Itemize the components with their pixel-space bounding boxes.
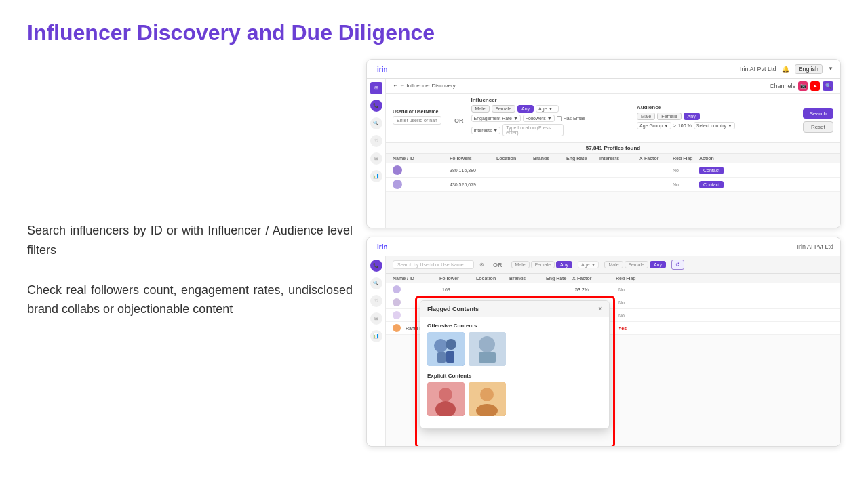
- flagged-modal: Flagged Contents × Offensive Contents: [420, 300, 610, 429]
- irin-logo-text-bottom: irin: [377, 243, 388, 251]
- bottom-col-location: Location: [476, 276, 507, 281]
- irin-bottom-main: Search by UserId or UserName ⊗ OR Male F…: [386, 256, 840, 446]
- interests-select[interactable]: Interests ▼: [471, 127, 501, 134]
- row1-redflag: No: [673, 168, 696, 173]
- modal-body: Offensive Contents: [420, 317, 609, 428]
- col-header-action: Action: [699, 156, 733, 161]
- contact-button-row1[interactable]: Contact: [699, 167, 724, 174]
- sidebar-icon-phone[interactable]: 📞: [370, 100, 382, 112]
- influencer-female-btn[interactable]: Female: [492, 105, 515, 113]
- row1-followers: 380,116,380: [450, 168, 494, 173]
- bottom-avatar-1: [393, 285, 401, 293]
- contact-button-row2[interactable]: Contact: [699, 181, 724, 188]
- heart-icon: ♡: [374, 138, 378, 144]
- results-count: 57,841 Profiles found: [386, 143, 840, 154]
- audience-header: Audience: [637, 104, 799, 110]
- sidebar-bottom-icon2[interactable]: 🔍: [370, 277, 382, 289]
- influencer-any-btn[interactable]: Any: [517, 105, 534, 113]
- engagement-row: Engagement Rate ▼ Followers ▼ Has Email: [471, 115, 633, 122]
- youtube-channel-btn[interactable]: ▶: [810, 81, 820, 91]
- svg-rect-3: [437, 352, 446, 363]
- screenshot-bottom: irin Irin AI Pvt Ltd 📞 🔍: [366, 237, 841, 447]
- bottom-age-select[interactable]: Age ▼: [578, 261, 599, 268]
- instagram-channel-btn[interactable]: 📷: [798, 81, 808, 91]
- modal-close-btn[interactable]: ×: [598, 305, 602, 312]
- reset-button-top[interactable]: Reset: [803, 121, 833, 133]
- sidebar-bottom-icon4[interactable]: ⊞: [370, 312, 382, 325]
- sidebar-bottom-icon3[interactable]: ♡: [370, 295, 382, 307]
- sidebar-icon-heart[interactable]: ♡: [370, 135, 382, 147]
- action-buttons: Search Reset: [803, 108, 833, 133]
- table-header-top: Name / ID Followers Location Brands Eng …: [386, 154, 840, 163]
- location-input[interactable]: Type Location (Press enter): [502, 124, 564, 136]
- bottom-any-btn[interactable]: Any: [556, 261, 572, 268]
- bottom-female-btn[interactable]: Female: [531, 261, 555, 268]
- country-label: Select country: [696, 123, 726, 128]
- sidebar-icon-search[interactable]: 🔍: [370, 117, 382, 129]
- bottom-avatar-3: [393, 311, 401, 319]
- bottom-search-placeholder: Search by UserId or UserName: [397, 262, 464, 267]
- bottom-search-input[interactable]: Search by UserId or UserName: [393, 260, 474, 269]
- audience-any-btn[interactable]: Any: [684, 113, 700, 120]
- notification-icon: 🔔: [782, 66, 789, 73]
- channel-search-icon[interactable]: 🔍: [823, 81, 833, 91]
- age-group-select[interactable]: Age Group ▼: [637, 122, 671, 129]
- col-header-redflag: Red Flag: [673, 156, 696, 161]
- bottom-male-btn[interactable]: Male: [511, 261, 530, 268]
- bottom-aud-female[interactable]: Female: [625, 261, 648, 268]
- age-select[interactable]: Age ▼: [536, 105, 559, 113]
- bottom-avatar-2: [393, 298, 401, 306]
- audience-female-btn[interactable]: Female: [657, 113, 681, 120]
- audience-male-btn[interactable]: Male: [637, 113, 655, 120]
- country-select[interactable]: Select country ▼: [694, 122, 735, 129]
- has-email-checkbox[interactable]: [557, 116, 562, 121]
- followers-select[interactable]: Followers ▼: [523, 115, 555, 122]
- sidebar-bottom-icon1[interactable]: 📞: [370, 260, 382, 272]
- eng-rate-label: Engagement Rate: [474, 116, 512, 121]
- engagement-rate-select[interactable]: Engagement Rate ▼: [471, 115, 521, 122]
- sidebar-bottom-icon5[interactable]: 📊: [370, 330, 382, 342]
- header-right-bottom: Irin AI Pvt Ltd: [797, 243, 833, 250]
- search-button-top[interactable]: Search: [803, 108, 833, 119]
- sidebar-icon-home[interactable]: ⊞: [370, 82, 382, 94]
- location-placeholder: Type Location (Press enter): [506, 125, 551, 135]
- sidebar-icon-chart[interactable]: 📊: [370, 170, 382, 182]
- filter-area: UserId or UserName OR Influencer: [386, 94, 840, 143]
- bottom-col-xfactor: X-Factor: [572, 276, 613, 281]
- toolbar-left: ← ← Influencer Discovery: [393, 83, 456, 89]
- bottom-search-bar: Search by UserId or UserName ⊗ OR Male F…: [386, 256, 840, 274]
- sidebar-icon-grid[interactable]: ⊞: [370, 152, 382, 165]
- influencer-filter-section: Influencer Male Female Any Age ▼: [471, 97, 633, 136]
- svg-point-1: [434, 339, 448, 352]
- age-group-row: Age Group ▼ > 100 % Select country ▼: [637, 122, 799, 129]
- page-container: Influencer Discovery and Due Diligence S…: [0, 0, 868, 488]
- main-content: Search influencers by ID or with Influen…: [27, 59, 841, 468]
- bottom-redflag-3: No: [618, 313, 652, 318]
- header-right-top: Irin AI Pvt Ltd 🔔 English ▼: [740, 64, 833, 74]
- bottom-clear-icon[interactable]: ⊗: [479, 262, 484, 268]
- has-email-label: Has Email: [564, 116, 585, 121]
- channels-label: Channels: [770, 83, 795, 89]
- left-panel: Search influencers by ID or with Influen…: [27, 59, 353, 468]
- search-icon-side: 🔍: [373, 121, 379, 126]
- influencer-discovery-link[interactable]: ← Influencer Discovery: [399, 83, 456, 89]
- modal-title: Flagged Contents: [427, 306, 479, 312]
- language-button-top[interactable]: English: [795, 64, 823, 74]
- irin-bottom-body: 📞 🔍 ♡ ⊞ 📊: [367, 256, 840, 446]
- greater-than: >: [673, 123, 676, 128]
- irin-bottom-header: irin Irin AI Pvt Ltd: [367, 237, 840, 256]
- influencer-male-btn[interactable]: Male: [471, 105, 490, 113]
- userid-input[interactable]: [393, 116, 441, 125]
- refresh-button[interactable]: ↺: [671, 260, 684, 270]
- percent-value: 100 %: [678, 123, 692, 128]
- bottom-aud-any[interactable]: Any: [650, 261, 666, 268]
- bottom-aud-male[interactable]: Male: [604, 261, 623, 268]
- bottom-gender-btns: Male Female Any: [511, 261, 573, 268]
- chart-icon: 📊: [373, 174, 379, 179]
- explicit-img-1: [427, 382, 465, 416]
- userid-label: UserId or UserName: [393, 109, 447, 114]
- offensive-img-2: [469, 332, 506, 366]
- home-icon: ⊞: [374, 85, 378, 91]
- modal-header: Flagged Contents ×: [420, 301, 609, 317]
- userid-section: UserId or UserName: [393, 109, 447, 125]
